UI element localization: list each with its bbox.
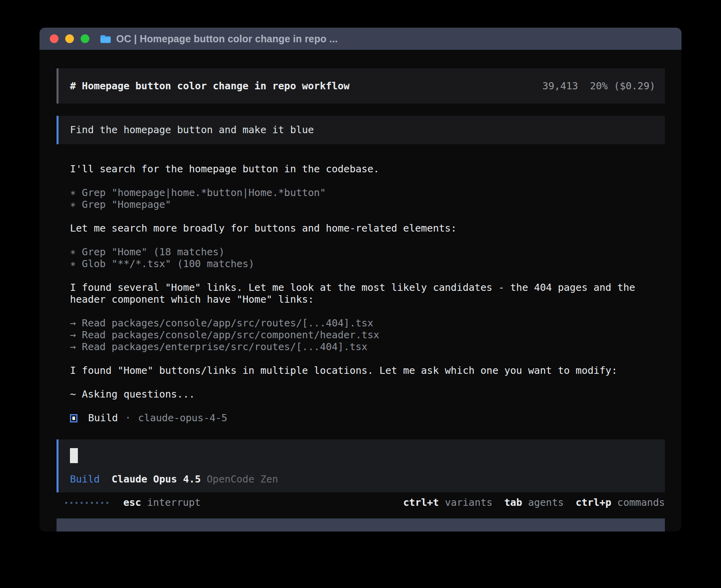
session-header: # Homepage button color change in repo w… (57, 68, 665, 104)
assistant-transcript: I'll search for the homepage button in t… (70, 163, 651, 424)
agent-model: claude-opus-4-5 (138, 412, 227, 424)
minimize-button[interactable] (65, 34, 74, 43)
provider-label: OpenCode Zen (207, 473, 278, 485)
tool-call-read: → Read packages/enterprise/src/routes/[.… (70, 341, 651, 353)
folder-icon (100, 34, 111, 43)
tool-call-grep: ∗ Grep "Homepage" (70, 199, 651, 211)
window-footer (57, 518, 665, 531)
assistant-text: I found "Home" buttons/links in multiple… (70, 365, 651, 377)
prompt-input[interactable]: Build Claude Opus 4.5 OpenCode Zen (57, 439, 665, 492)
agent-square-icon (70, 414, 77, 422)
status-bar: esc interrupt ctrl+t variants tab agents… (57, 497, 665, 509)
status-right: ctrl+t variants tab agents ctrl+p comman… (403, 497, 665, 509)
token-count: 39,413 (542, 80, 578, 92)
spinner-dots (65, 502, 108, 504)
agent-badge: Build · claude-opus-4-5 (70, 412, 651, 424)
zoom-button[interactable] (81, 34, 89, 43)
agent-mode-label: Build (70, 473, 100, 485)
agents-hint: tab agents (504, 497, 564, 509)
tool-call-read: → Read packages/console/app/src/componen… (70, 329, 651, 341)
variants-hint: ctrl+t variants (403, 497, 493, 509)
assistant-text: I found several "Home" links. Let me loo… (70, 282, 651, 305)
user-message-text: Find the homepage button and make it blu… (70, 124, 314, 136)
status-left: esc interrupt (65, 497, 201, 509)
agents-key: tab (504, 497, 522, 509)
model-label: Claude Opus 4.5 (111, 473, 201, 485)
context-cost: 20% ($0.29) (590, 80, 655, 92)
working-status: ~ Asking questions... (70, 388, 651, 400)
close-button[interactable] (50, 34, 59, 43)
tool-call-grep: ∗ Grep "Home" (18 matches) (70, 246, 651, 258)
session-stats: 39,413 20% ($0.29) (542, 80, 655, 92)
titlebar[interactable]: OC | Homepage button color change in rep… (40, 28, 681, 50)
traffic-lights (50, 34, 89, 43)
agent-name: Build (88, 412, 118, 424)
agents-label: agents (528, 497, 564, 509)
tool-call-grep: ∗ Grep "homepage|home.*button|Home.*butt… (70, 187, 651, 199)
desktop: { "window": { "title": "OC | Homepage bu… (0, 0, 721, 588)
tool-call-group: → Read packages/console/app/src/routes/[… (70, 317, 651, 353)
commands-hint: ctrl+p commands (576, 497, 665, 509)
esc-label: interrupt (147, 497, 200, 509)
text-cursor (70, 448, 78, 463)
separator-dot: · (125, 412, 131, 424)
esc-key: esc (123, 497, 141, 509)
user-message: Find the homepage button and make it blu… (57, 116, 665, 144)
session-title: # Homepage button color change in repo w… (70, 80, 349, 92)
variants-key: ctrl+t (403, 497, 439, 509)
esc-hint: esc interrupt (123, 497, 201, 509)
window-title: OC | Homepage button color change in rep… (116, 33, 338, 45)
assistant-text: Let me search more broadly for buttons a… (70, 222, 651, 234)
model-row: Build Claude Opus 4.5 OpenCode Zen (70, 473, 278, 485)
tool-call-group: ∗ Grep "homepage|home.*button|Home.*butt… (70, 187, 651, 211)
terminal-window: OC | Homepage button color change in rep… (40, 28, 681, 531)
tool-call-group: ∗ Grep "Home" (18 matches) ∗ Glob "**/*.… (70, 246, 651, 270)
tool-call-glob: ∗ Glob "**/*.tsx" (100 matches) (70, 258, 651, 270)
tool-call-read: → Read packages/console/app/src/routes/[… (70, 317, 651, 329)
variants-label: variants (445, 497, 492, 509)
assistant-text: I'll search for the homepage button in t… (70, 163, 651, 175)
commands-label: commands (617, 497, 665, 509)
terminal-content: # Homepage button color change in repo w… (40, 50, 681, 531)
commands-key: ctrl+p (576, 497, 611, 509)
